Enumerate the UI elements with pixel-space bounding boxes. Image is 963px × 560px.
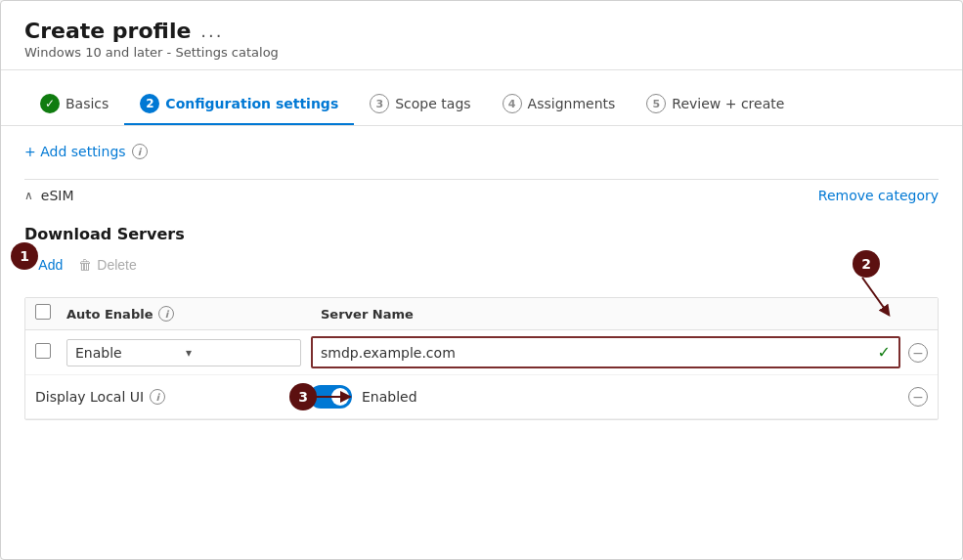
remove-category-button[interactable]: Remove category [818,188,939,203]
tab-label-review: Review + create [672,96,784,111]
tab-review[interactable]: 5 Review + create [631,86,800,125]
tab-badge-review: 5 [646,94,666,113]
annotation-2: 2 [853,250,880,278]
row-checkbox[interactable] [35,343,51,359]
tab-configuration[interactable]: 2 Configuration settings [124,86,354,125]
server-name-field[interactable]: smdp.example.com ✓ [311,336,900,368]
server-name-check-icon: ✓ [878,343,891,362]
row-remove-button[interactable]: − [908,343,928,363]
tab-label-configuration: Configuration settings [165,96,338,111]
annotation-3: 3 [289,383,317,410]
delete-button[interactable]: 🗑 Delete [78,257,136,273]
toggle-state-label: Enabled [362,389,417,405]
add-settings-link[interactable]: + Add settings i [24,144,939,159]
header-auto-enable: Auto Enable i [66,306,321,322]
table-header: Auto Enable i Server Name [25,298,938,330]
display-local-remove-button[interactable]: − [908,387,928,407]
server-name-value: smdp.example.com [321,345,456,361]
tab-label-assignments: Assignments [528,96,616,111]
page-subtitle: Windows 10 and later - Settings catalog [24,45,939,60]
tab-badge-assignments: 4 [503,94,522,113]
display-local-text: Display Local UI [35,389,144,405]
enable-dropdown[interactable]: Enable ▾ [66,339,301,366]
header: Create profile ... Windows 10 and later … [1,1,962,70]
tab-assignments[interactable]: 4 Assignments [487,86,632,125]
col-server-name-label: Server Name [321,307,414,322]
header-check-col [35,304,66,323]
tabs-nav: ✓ Basics 2 Configuration settings 3 Scop… [1,70,962,126]
table-container: 2 Auto Enable i [24,297,939,420]
tab-badge-scope: 3 [370,94,389,113]
toolbar: + Add 🗑 Delete [24,256,137,274]
app-window: Create profile ... Windows 10 and later … [0,0,963,560]
auto-enable-info-icon[interactable]: i [158,306,174,322]
more-icon[interactable]: ... [200,21,223,41]
toggle-knob [331,388,349,406]
category-left: ∧ eSIM [24,188,74,203]
page-title: Create profile [24,19,191,43]
tab-badge-configuration: 2 [140,94,159,113]
add-label: Add [38,257,63,273]
category-name: eSIM [41,188,74,203]
delete-label: Delete [97,257,136,273]
annotation-1: 1 [11,242,38,270]
toggle-container: Enabled [309,385,417,409]
header-checkbox[interactable] [35,304,51,320]
enable-dropdown-wrapper: Enable ▾ [66,339,301,366]
toolbar-wrapper: 1 + Add 🗑 Delete [24,256,137,285]
header-server-name: Server Name [321,307,893,322]
dropdown-arrow-icon: ▾ [186,346,292,360]
add-settings-info-icon[interactable]: i [132,144,148,159]
display-local-label: Display Local UI i [35,389,231,405]
add-settings-label: + Add settings [24,144,126,159]
tab-basics[interactable]: ✓ Basics [24,86,124,125]
table: Auto Enable i Server Name Enabl [24,297,939,420]
display-local-row: 3 Display Local UI i [25,375,938,419]
enable-value: Enable [75,345,182,361]
content-area: + Add settings i ∧ eSIM Remove category … [1,126,962,453]
tab-label-scope: Scope tags [395,96,470,111]
tab-scope[interactable]: 3 Scope tags [354,86,486,125]
toggle-area: Enabled [309,385,417,409]
display-local-inner: 3 Display Local UI i [35,385,928,409]
table-row: Enable ▾ smdp.example.com ✓ − [25,330,938,375]
chevron-up-icon[interactable]: ∧ [24,189,33,202]
tab-badge-basics: ✓ [40,94,60,113]
delete-icon: 🗑 [78,257,92,273]
row-check-col [35,343,66,363]
col-auto-enable-label: Auto Enable [66,307,153,322]
tab-label-basics: Basics [66,96,109,111]
category-row: ∧ eSIM Remove category [24,179,939,211]
display-local-info-icon[interactable]: i [150,389,165,405]
section-title: Download Servers [24,225,939,243]
